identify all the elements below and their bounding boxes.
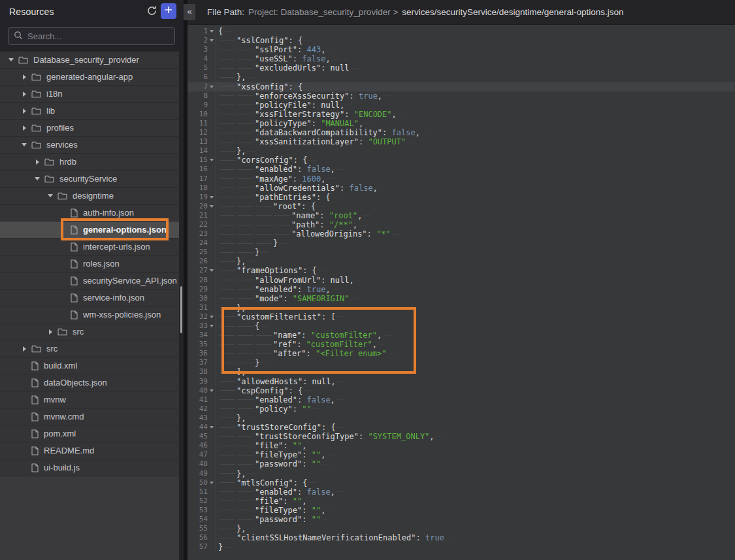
tree-item-ui-build-js[interactable]: ui-build.js xyxy=(0,459,179,476)
file-icon xyxy=(71,208,78,218)
tree-item-wm-xss-policies-json[interactable]: wm-xss-policies.json xyxy=(0,306,179,323)
refresh-button[interactable] xyxy=(145,5,158,18)
code-line: 40"cspConfig": { xyxy=(188,386,735,395)
tree-item-database-security-provider[interactable]: Database_security_provider xyxy=(0,52,179,69)
line-number: 35 xyxy=(188,340,208,349)
triangle-right-icon[interactable] xyxy=(23,74,26,80)
tree-item-label: mvnw xyxy=(44,395,66,404)
line-number: 54 xyxy=(188,515,208,524)
tree-item-label: securityService_API.json xyxy=(83,276,177,286)
folder-icon xyxy=(31,73,41,81)
fold-arrow-icon[interactable] xyxy=(210,269,214,272)
folder-icon xyxy=(57,328,67,336)
tree-item-intercept-urls-json[interactable]: intercept-urls.json xyxy=(0,239,179,255)
tree-item-label: lib xyxy=(46,106,55,116)
tree-item-label: ui-build.js xyxy=(44,463,80,472)
folder-icon xyxy=(31,345,41,353)
tree-item-service-info-json[interactable]: service-info.json xyxy=(0,289,179,306)
line-number: 7 xyxy=(188,82,208,91)
tree-item-mvnw-cmd[interactable]: mvnw.cmd xyxy=(0,408,179,425)
triangle-right-icon[interactable] xyxy=(23,91,26,97)
line-number: 57 xyxy=(188,542,208,552)
plus-icon xyxy=(164,5,173,17)
search-box[interactable] xyxy=(8,27,175,45)
fold-arrow-icon[interactable] xyxy=(210,205,214,208)
tree-item-lib[interactable]: lib xyxy=(0,103,179,120)
fold-arrow-icon[interactable] xyxy=(210,196,214,199)
triangle-down-icon[interactable] xyxy=(22,143,27,146)
line-number: 6 xyxy=(188,73,208,82)
fold-arrow-icon[interactable] xyxy=(210,159,214,161)
code-line: 4"useSSL": false, xyxy=(188,54,735,63)
collapse-sidebar-button[interactable]: « xyxy=(184,4,195,20)
fold-arrow-icon[interactable] xyxy=(210,316,214,318)
tree-item-dataobjects-json[interactable]: dataObjects.json xyxy=(0,374,179,391)
code-line: 51"enabled": false, xyxy=(188,487,735,497)
line-number: 28 xyxy=(188,276,208,285)
code-line: 57} xyxy=(188,542,735,552)
fold-arrow-icon[interactable] xyxy=(210,325,214,327)
code-line: 53"fileType": "", xyxy=(188,506,735,515)
tree-item-roles-json[interactable]: roles.json xyxy=(0,255,179,272)
fold-arrow-icon[interactable] xyxy=(210,389,214,392)
triangle-right-icon[interactable] xyxy=(23,108,26,114)
tree-item-securityservice[interactable]: securityService xyxy=(0,171,179,188)
triangle-right-icon[interactable] xyxy=(36,159,39,165)
code-line: 41"enabled": false, xyxy=(188,395,735,404)
tree-item-src[interactable]: src xyxy=(0,323,179,340)
tree-item-mvnw[interactable]: mvnw xyxy=(0,391,179,408)
tree-scrollbar-thumb[interactable] xyxy=(180,286,182,333)
file-icon xyxy=(31,395,39,404)
triangle-right-icon[interactable] xyxy=(49,329,52,335)
triangle-down-icon[interactable] xyxy=(35,177,40,180)
fold-arrow-icon[interactable] xyxy=(210,86,214,88)
tree-scrollbar-track[interactable] xyxy=(179,51,184,560)
line-number: 36 xyxy=(188,349,208,358)
tree-item-src[interactable]: src xyxy=(0,340,179,357)
triangle-right-icon[interactable] xyxy=(23,346,26,352)
tree-item-readme-md[interactable]: README.md xyxy=(0,442,179,459)
code-line: 48"password": "" xyxy=(188,459,735,469)
line-number: 51 xyxy=(188,487,208,497)
tree-item-designtime[interactable]: designtime xyxy=(0,188,179,205)
tree-item-general-options-json[interactable]: general-options.json xyxy=(0,222,179,239)
triangle-right-icon[interactable] xyxy=(23,125,26,131)
tree-item-pom-xml[interactable]: pom.xml xyxy=(0,425,179,442)
tree-item-label: mvnw.cmd xyxy=(44,412,84,421)
fold-arrow-icon[interactable] xyxy=(210,426,214,429)
tree-item-label: wm-xss-policies.json xyxy=(83,310,161,320)
line-number: 49 xyxy=(188,469,208,478)
tree-item-build-xml[interactable]: build.xml xyxy=(0,357,179,374)
line-number: 11 xyxy=(188,119,208,128)
folder-icon xyxy=(18,56,28,64)
triangle-down-icon[interactable] xyxy=(8,58,14,61)
file-path-project: Project: Database_security_provider > xyxy=(248,7,398,17)
code-line: 36"after": "<Filter enum>" xyxy=(188,349,735,358)
code-line: 2"sslConfig": { xyxy=(188,36,735,45)
tree-item-auth-info-json[interactable]: auth-info.json xyxy=(0,205,179,222)
line-number: 19 xyxy=(188,193,208,202)
tree-item-securityservice-api-json[interactable]: securityService_API.json xyxy=(0,272,179,289)
tree-item-services[interactable]: services xyxy=(0,137,179,154)
code-line: 23"allowedOrigins": "*" xyxy=(188,229,735,239)
tree-item-profiles[interactable]: profiles xyxy=(0,120,179,137)
code-editor[interactable]: 1{2"sslConfig": {3"sslPort": 443,4"useSS… xyxy=(188,25,735,560)
tree-item-label: designtime xyxy=(73,191,114,201)
search-input[interactable] xyxy=(27,31,169,41)
tree-item-generated-angular-app[interactable]: generated-angular-app xyxy=(0,69,179,86)
tree-item-label: profiles xyxy=(46,123,74,133)
tree-item-hrdb[interactable]: hrdb xyxy=(0,154,179,171)
fold-arrow-icon[interactable] xyxy=(210,482,214,484)
code-line: 26}, xyxy=(188,257,735,266)
tree-item-i18n[interactable]: i18n xyxy=(0,86,179,103)
code-line: 5"excludedUrls": null xyxy=(188,63,735,73)
folder-icon xyxy=(57,192,67,200)
code-line: 24} xyxy=(188,239,735,248)
code-line: 19"pathEntries": { xyxy=(188,193,735,202)
triangle-down-icon[interactable] xyxy=(48,194,53,197)
fold-arrow-icon[interactable] xyxy=(210,30,214,33)
fold-arrow-icon[interactable] xyxy=(210,39,214,42)
tree-item-label: pom.xml xyxy=(44,429,76,438)
add-resource-button[interactable] xyxy=(161,3,176,19)
line-number: 24 xyxy=(188,239,208,248)
